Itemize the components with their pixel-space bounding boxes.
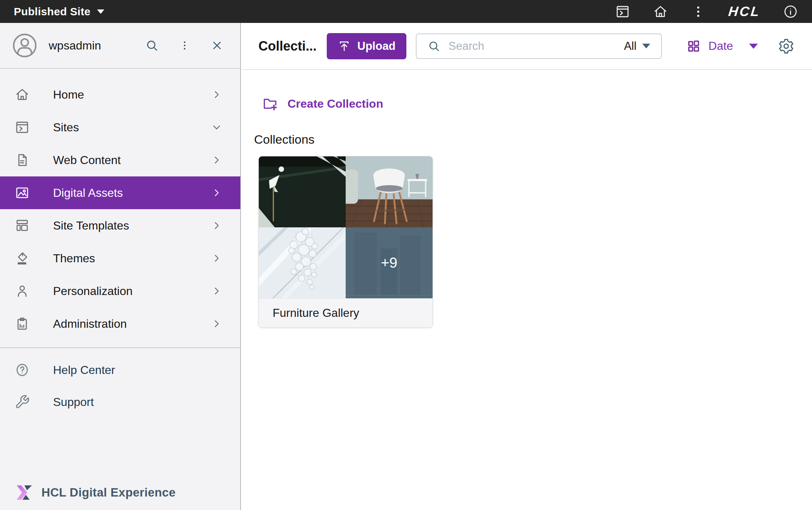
username: wpsadmin	[49, 39, 101, 52]
home-icon[interactable]	[653, 4, 668, 19]
search-icon[interactable]	[145, 39, 159, 52]
upload-button[interactable]: Upload	[327, 33, 406, 59]
collection-thumbnail-grid: +9	[259, 156, 433, 298]
sidebar-item-label: Site Templates	[53, 219, 129, 232]
folder-plus-icon	[261, 95, 279, 112]
chevron-right-icon	[211, 253, 222, 264]
sidebar: wpsadmin	[0, 23, 241, 510]
image-icon	[15, 185, 30, 200]
sites-icon	[15, 120, 30, 135]
upload-label: Upload	[357, 40, 395, 53]
upload-icon	[338, 40, 351, 53]
thumbnail-lamp-dark-ceiling	[259, 156, 346, 227]
sidebar-user-header: wpsadmin	[0, 23, 240, 69]
search-icon	[427, 40, 441, 53]
chevron-right-icon	[211, 187, 222, 198]
sidebar-nav: Home Sites Web Content	[0, 69, 240, 418]
overflow-menu-icon[interactable]	[691, 4, 706, 19]
site-panel-icon[interactable]	[615, 4, 630, 19]
sidebar-item-label: Personalization	[53, 284, 133, 298]
collection-card[interactable]: +9 Furniture Gallery	[258, 156, 433, 328]
site-mode-label: Published Site	[14, 5, 91, 18]
search-input[interactable]	[449, 40, 616, 53]
main-area: Collecti... Upload All	[242, 23, 812, 510]
sidebar-item-label: Web Content	[53, 154, 121, 167]
main-toolbar: Collecti... Upload All	[242, 23, 812, 70]
dx-brand-icon	[16, 485, 33, 501]
thumbnail-white-chair	[346, 156, 433, 227]
chevron-down-icon	[211, 122, 222, 133]
section-heading: Collections	[254, 132, 812, 147]
sidebar-item-label: Themes	[53, 252, 95, 265]
search-box: All	[416, 33, 662, 59]
sidebar-item-label: Sites	[53, 121, 79, 134]
chevron-right-icon	[211, 286, 222, 296]
more-count: +9	[381, 255, 398, 271]
chevron-down-icon[interactable]	[749, 44, 758, 49]
sidebar-item-label: Digital Assets	[53, 186, 123, 200]
sidebar-item-administration[interactable]: Administration	[0, 307, 240, 340]
hcl-brand-logo: HCL	[728, 4, 761, 19]
chevron-down-icon	[642, 44, 650, 48]
clipboard-chart-icon	[15, 316, 30, 331]
search-scope-dropdown[interactable]: All	[624, 40, 650, 53]
site-mode-selector[interactable]: Published Site	[14, 5, 104, 18]
sidebar-item-sites[interactable]: Sites	[0, 111, 240, 144]
create-collection-button[interactable]: Create Collection	[261, 95, 383, 112]
sidebar-divider	[0, 347, 240, 348]
info-icon[interactable]	[783, 4, 798, 19]
sidebar-item-help-center[interactable]: Help Center	[0, 354, 240, 386]
sidebar-footer: HCL Digital Experience	[0, 485, 240, 510]
sidebar-item-label: Support	[53, 395, 94, 409]
person-icon	[15, 283, 30, 299]
collection-name: Furniture Gallery	[259, 298, 433, 327]
thumbnail-more-images: +9	[346, 227, 433, 298]
search-scope-value: All	[624, 40, 636, 53]
chevron-right-icon	[211, 89, 222, 100]
collections-content: Create Collection Collections	[242, 70, 812, 328]
home-icon	[15, 87, 30, 102]
create-collection-label: Create Collection	[288, 97, 383, 111]
sidebar-item-personalization[interactable]: Personalization	[0, 275, 240, 307]
help-icon	[15, 362, 30, 378]
grid-view-icon[interactable]	[686, 39, 701, 54]
wrench-icon	[15, 394, 30, 410]
theme-icon	[15, 251, 30, 266]
layout-icon	[15, 218, 30, 233]
chevron-right-icon	[211, 155, 222, 166]
document-icon	[15, 152, 30, 168]
sidebar-item-label: Home	[53, 88, 84, 101]
sort-by-dropdown[interactable]: Date	[708, 39, 733, 53]
topbar-actions: HCL	[615, 4, 798, 19]
avatar[interactable]	[11, 32, 39, 59]
kebab-menu-icon[interactable]	[178, 39, 191, 52]
sidebar-item-web-content[interactable]: Web Content	[0, 144, 240, 176]
close-icon[interactable]	[210, 39, 224, 52]
chevron-right-icon	[211, 220, 222, 231]
chevron-down-icon	[97, 9, 104, 14]
sidebar-item-site-templates[interactable]: Site Templates	[0, 209, 240, 242]
sidebar-item-label: Help Center	[53, 363, 115, 377]
view-and-sort-controls: Date	[686, 39, 758, 54]
thumbnail-glass-chandelier	[259, 227, 346, 298]
chevron-right-icon	[211, 318, 222, 329]
sidebar-item-digital-assets[interactable]: Digital Assets	[0, 176, 240, 209]
sidebar-item-label: Administration	[53, 317, 127, 331]
topbar: Published Site HCL	[0, 0, 812, 23]
settings-gear-icon[interactable]	[778, 38, 795, 55]
sidebar-item-support[interactable]: Support	[0, 386, 240, 418]
more-count-overlay: +9	[346, 227, 433, 298]
sidebar-item-home[interactable]: Home	[0, 78, 240, 111]
page-title: Collecti...	[258, 39, 317, 54]
sidebar-item-themes[interactable]: Themes	[0, 242, 240, 275]
sidebar-header-actions	[145, 39, 224, 52]
dx-brand-name: HCL Digital Experience	[41, 486, 176, 499]
